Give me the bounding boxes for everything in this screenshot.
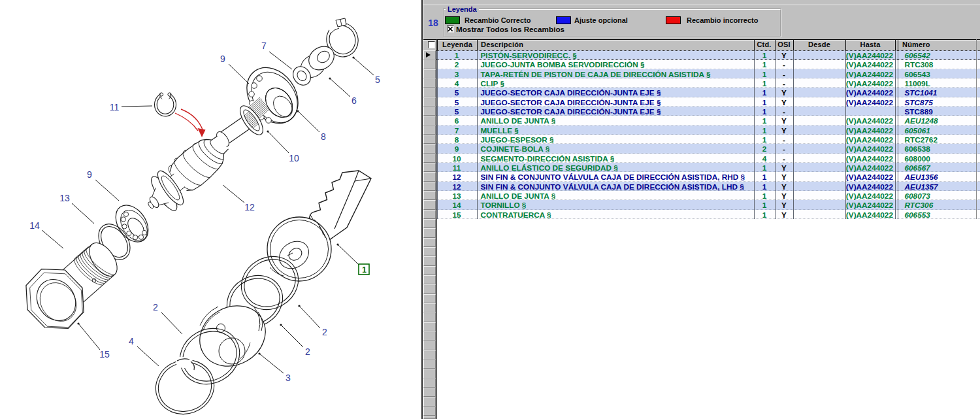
svg-text:14: 14 [29,220,40,231]
svg-text:9: 9 [87,169,92,180]
svg-text:12: 12 [244,202,255,212]
svg-text:5: 5 [375,75,380,85]
svg-text:15: 15 [99,349,110,360]
svg-text:13: 13 [59,193,70,203]
svg-text:3: 3 [286,373,291,383]
svg-text:4: 4 [129,336,134,346]
svg-text:1: 1 [362,265,367,275]
svg-text:2: 2 [322,327,327,337]
svg-text:8: 8 [321,131,326,142]
svg-text:7: 7 [261,41,267,51]
svg-text:2: 2 [305,346,310,357]
svg-text:2: 2 [153,302,158,312]
svg-text:10: 10 [289,153,299,163]
svg-text:6: 6 [351,95,357,106]
svg-text:11: 11 [110,102,120,112]
svg-text:9: 9 [220,54,225,64]
